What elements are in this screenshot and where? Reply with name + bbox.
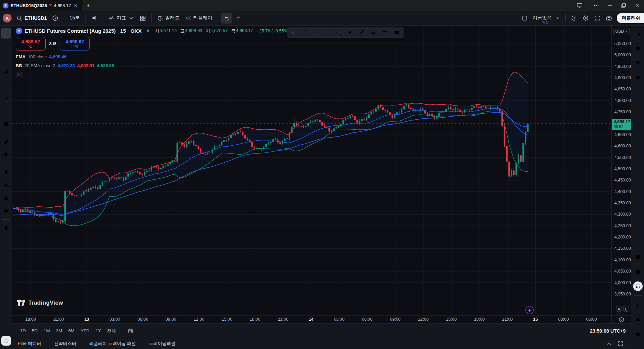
- panel-expand-chevron-icon[interactable]: [606, 340, 612, 347]
- tool-ruler[interactable]: [1, 136, 11, 147]
- range-3M[interactable]: 3M: [53, 327, 65, 335]
- bottom-panel: Pine 에디터전략테스터리플레이 트레이딩 패널트레이딩패널: [12, 338, 631, 349]
- undo-icon[interactable]: [221, 13, 232, 24]
- tool-xabcd-pattern[interactable]: [1, 67, 11, 77]
- market-status-dot[interactable]: [147, 29, 150, 32]
- price-axis[interactable]: USD 5,050.005,000.004,950.004,900.004,85…: [611, 26, 631, 315]
- sidebar-hotlist-button[interactable]: [633, 252, 643, 262]
- range-5D[interactable]: 5D: [29, 327, 41, 335]
- drawtool-pattern[interactable]: [344, 28, 356, 37]
- drawtool-pitchfork[interactable]: [333, 28, 344, 37]
- tool-text[interactable]: [1, 106, 11, 116]
- clock-utc[interactable]: 23:50:08 UTC+9: [590, 328, 626, 334]
- currency-toggle-button[interactable]: USD: [613, 28, 630, 35]
- bottom-tab[interactable]: 리플레이 트레이딩 패널: [89, 340, 136, 347]
- redo-icon[interactable]: [232, 13, 244, 24]
- chart-canvas[interactable]: ETHUSD Futures Contract (Aug 2025) · 15 …: [12, 26, 611, 315]
- tool-draw-stay[interactable]: [1, 180, 11, 190]
- alert-button[interactable]: 얼러트: [154, 13, 182, 24]
- tool-lock-all[interactable]: [1, 193, 11, 203]
- layout-select-icon[interactable]: [519, 13, 531, 24]
- tab-close-icon[interactable]: ✕: [74, 3, 78, 8]
- range-YTD[interactable]: YTD: [77, 327, 92, 335]
- chart-title[interactable]: ETHUSD Futures Contract (Aug 2025) · 15 …: [25, 28, 141, 34]
- fullscreen-icon[interactable]: [592, 13, 603, 24]
- range-1M[interactable]: 1M: [41, 327, 53, 335]
- quick-actions-icon[interactable]: [568, 13, 580, 24]
- tool-forecast[interactable]: [1, 80, 11, 90]
- panel-maximize-icon[interactable]: [617, 340, 624, 347]
- bottom-tab[interactable]: 트레이딩패널: [149, 340, 175, 347]
- settings-icon[interactable]: [580, 13, 592, 24]
- interval-button[interactable]: 15분: [67, 13, 82, 24]
- bottom-tab[interactable]: Pine 에디터: [18, 340, 41, 347]
- drawtool-elliott-wave[interactable]: [356, 28, 368, 37]
- indicator-row[interactable]: BB20 SMA close 24,670.234,803.914,536.56: [16, 63, 290, 68]
- tool-trend-line[interactable]: [1, 41, 11, 52]
- sell-button[interactable]: 4,688.52 셀: [16, 37, 46, 50]
- drawtool-long-position[interactable]: [368, 28, 379, 37]
- auto-scale-button[interactable]: A: [616, 306, 622, 312]
- more-menu-icon[interactable]: [589, 0, 603, 11]
- range-6M[interactable]: 6M: [65, 327, 77, 335]
- tool-brush[interactable]: [1, 93, 11, 103]
- drawtool-rectangle[interactable]: [391, 28, 402, 37]
- layout-grid-icon[interactable]: [137, 13, 149, 24]
- close-window-icon[interactable]: [630, 0, 644, 11]
- sidebar-notifications-bell-button[interactable]: [633, 315, 643, 325]
- compare-add-icon[interactable]: [49, 13, 61, 24]
- tool-emoji[interactable]: [1, 119, 11, 129]
- tool-zoom-in[interactable]: [1, 149, 11, 160]
- symbol-search-button[interactable]: ETHUSD1: [14, 13, 49, 24]
- buy-button[interactable]: 4,690.67 바이: [60, 37, 90, 50]
- sidebar-watchlist-button[interactable]: [633, 28, 643, 39]
- favorites-star-button[interactable]: [1, 336, 11, 346]
- layout-name-button[interactable]: 이름없음 저장: [531, 13, 563, 24]
- drawtool-trend-line[interactable]: [298, 28, 310, 37]
- screenshot-icon[interactable]: [603, 13, 615, 24]
- time-tick-label: 18:00: [250, 317, 260, 322]
- chart-style-icon[interactable]: [88, 13, 100, 24]
- sidebar-help-button[interactable]: [633, 330, 643, 340]
- divider: [588, 3, 588, 8]
- ohlc-value: 4,670.57: [211, 28, 228, 34]
- drawtool-short-position[interactable]: [379, 28, 391, 37]
- tool-remove-drawings[interactable]: [1, 223, 11, 233]
- boost-lightning-icon[interactable]: [525, 306, 534, 314]
- range-1Y[interactable]: 1Y: [92, 327, 104, 335]
- sidebar-alerts-clock-button[interactable]: [633, 43, 643, 53]
- bottom-tab[interactable]: 전략테스터: [54, 340, 76, 347]
- drawtool-parallel-channel[interactable]: [321, 28, 333, 37]
- browser-tab[interactable]: ETHUSD15Q2025 4,698.17 ✕: [0, 0, 82, 11]
- tool-hide-drawings[interactable]: [1, 206, 11, 216]
- go-to-date-icon[interactable]: [125, 326, 137, 335]
- tool-fib-retracement[interactable]: [1, 54, 11, 64]
- tradingview-logo[interactable]: TradingView: [17, 300, 63, 306]
- user-avatar[interactable]: K: [3, 14, 12, 23]
- time-axis[interactable]: 18:0021:001303:0006:0009:0012:0015:0018:…: [12, 316, 611, 323]
- log-scale-button[interactable]: L: [623, 306, 629, 312]
- sidebar-grid-menu-button[interactable]: [633, 281, 643, 291]
- sidebar-object-tree-button[interactable]: [633, 58, 643, 68]
- alert-label: 얼러트: [165, 15, 180, 21]
- legend-collapse-button[interactable]: [16, 72, 23, 77]
- sidebar-data-signal-button[interactable]: [633, 300, 643, 310]
- range-1D[interactable]: 1D: [17, 327, 29, 335]
- replay-button[interactable]: 리플레이: [182, 13, 215, 24]
- drawtool-horizontal-ray[interactable]: [310, 28, 321, 37]
- indicators-button[interactable]: 지표: [106, 13, 137, 24]
- new-tab-button[interactable]: +: [82, 2, 94, 9]
- restore-icon[interactable]: [617, 0, 630, 11]
- tool-magnet[interactable]: [1, 167, 11, 177]
- sidebar-chat-button[interactable]: [633, 72, 643, 83]
- axis-settings-icon[interactable]: [618, 317, 625, 323]
- axis-settings-corner[interactable]: [611, 316, 631, 323]
- sidebar-calendar-button[interactable]: [633, 267, 643, 277]
- publish-button[interactable]: 퍼블리쉬: [617, 13, 644, 23]
- indicator-row[interactable]: EMA100 close4,695.46: [16, 54, 290, 59]
- drag-handle[interactable]: [289, 29, 298, 35]
- cast-icon[interactable]: [573, 0, 586, 11]
- minimize-icon[interactable]: [603, 0, 617, 11]
- tool-crosshair[interactable]: [1, 28, 11, 39]
- range-전체[interactable]: 전체: [104, 326, 119, 335]
